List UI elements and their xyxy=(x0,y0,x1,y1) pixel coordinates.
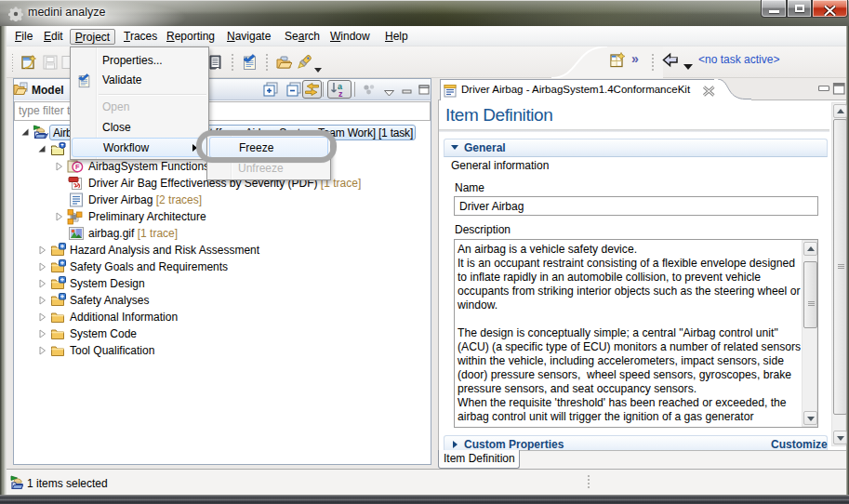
svg-text:F: F xyxy=(75,163,80,171)
svg-text:z: z xyxy=(338,89,343,98)
